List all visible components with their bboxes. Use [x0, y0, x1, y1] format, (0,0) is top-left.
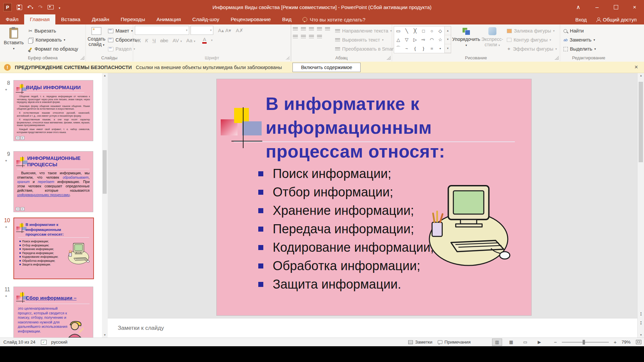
font-dialog-launcher[interactable]: [286, 56, 289, 60]
character-spacing-button[interactable]: AV ▾: [173, 38, 182, 43]
shape-button[interactable]: ╳: [414, 28, 416, 34]
paragraph-dialog-launcher[interactable]: [387, 56, 390, 60]
underline-button[interactable]: Ч: [152, 38, 156, 43]
shape-button[interactable]: ◇: [438, 28, 442, 34]
zoom-percentage[interactable]: 79%: [622, 340, 631, 345]
thumbnail-slide-11[interactable]: Сбор информации – это целенаправленный п…: [13, 287, 93, 338]
enable-content-button[interactable]: Включить содержимое: [292, 63, 361, 72]
align-left-icon[interactable]: [293, 35, 298, 39]
zoom-slider-thumb[interactable]: [583, 340, 585, 345]
tab-animations[interactable]: Анимация: [151, 14, 187, 24]
main-scrollbar[interactable]: ▲ ▲▲ ▼▼ ▼: [637, 73, 644, 338]
shape-button[interactable]: ▭: [396, 28, 400, 34]
shape-outline-button[interactable]: Контур фигуры▾: [505, 36, 558, 44]
start-slideshow-icon[interactable]: [48, 5, 54, 9]
copy-button[interactable]: Копировать▾: [27, 36, 80, 44]
new-slide-button[interactable]: Создать слайд ▾: [88, 26, 105, 47]
format-painter-button[interactable]: Формат по образцу: [27, 45, 80, 53]
shape-effects-button[interactable]: ✦Эффекты фигуры▾: [505, 45, 558, 53]
previous-slide-button[interactable]: ▲▲: [638, 312, 644, 316]
tell-me-box[interactable]: Что вы хотите сделать?: [303, 14, 365, 24]
shape-fill-button[interactable]: Заливка фигуры▾: [505, 26, 558, 35]
spellcheck-icon[interactable]: ✓: [41, 340, 47, 345]
shape-button[interactable]: ⋆: [439, 46, 441, 51]
thumbnail-slide-10[interactable]: В информатике к информационным процессам…: [13, 218, 94, 279]
gallery-scroll-up[interactable]: ▲: [445, 26, 451, 35]
shape-button[interactable]: {: [414, 46, 416, 51]
zoom-out-button[interactable]: −: [553, 339, 558, 345]
shape-button[interactable]: ☆: [438, 37, 442, 42]
close-warning-icon[interactable]: ×: [634, 64, 644, 71]
bullets-icon[interactable]: [293, 27, 298, 31]
shape-button[interactable]: =: [431, 46, 433, 51]
scrollbar-thumb[interactable]: [103, 150, 107, 194]
shape-button[interactable]: ◠: [430, 37, 434, 42]
align-center-icon[interactable]: [301, 35, 306, 39]
thumbnail-slide-8[interactable]: ВИДЫ ИНФОРМАЦИИ Общение людей, т. е. пер…: [13, 80, 93, 141]
cut-button[interactable]: ✂Вырезать: [27, 26, 80, 35]
font-color-button[interactable]: А: [202, 37, 207, 44]
thumbnail-scrollbar[interactable]: ▲ ▼: [102, 73, 108, 338]
shape-button[interactable]: ╲: [405, 28, 408, 34]
normal-view-button[interactable]: ▥: [492, 339, 502, 346]
thumbnail-slide-9[interactable]: ИНФОРМАЦИОННЫЕ ПРОЦЕССЫ Выясняя, что так…: [13, 151, 93, 212]
clipboard-dialog-launcher[interactable]: [80, 56, 84, 60]
save-icon[interactable]: [17, 5, 22, 10]
scrollbar-thumb[interactable]: [639, 82, 643, 162]
close-button[interactable]: ×: [625, 0, 644, 14]
slide-canvas[interactable]: В информатике к информационным процессам…: [216, 79, 532, 316]
comments-toggle-button[interactable]: Примечания: [438, 340, 471, 345]
replace-button[interactable]: abЗаменить▾: [562, 36, 597, 44]
find-button[interactable]: Найти: [562, 26, 597, 35]
shape-button[interactable]: ▽: [405, 37, 408, 42]
scroll-down-icon[interactable]: ▼: [102, 334, 108, 337]
slideshow-view-button[interactable]: ▶: [534, 339, 544, 346]
shape-button[interactable]: ⇨: [422, 37, 425, 42]
gallery-scroll-down[interactable]: ▼: [445, 35, 451, 44]
strikethrough-button[interactable]: abc: [160, 38, 168, 43]
line-spacing-icon[interactable]: [325, 27, 330, 31]
slide-title-placeholder[interactable]: В информатике к информационным процессам…: [266, 92, 445, 163]
tab-home[interactable]: Главная: [24, 14, 55, 24]
zoom-in-button[interactable]: +: [613, 339, 618, 345]
shape-button[interactable]: ~: [406, 46, 408, 51]
numbering-icon[interactable]: [301, 27, 306, 31]
notes-pane[interactable]: Заметки к слайду: [108, 318, 637, 338]
restore-button[interactable]: [606, 0, 625, 14]
select-button[interactable]: Выделить▾: [562, 45, 597, 53]
grow-font-button[interactable]: А▴: [218, 28, 224, 33]
align-right-icon[interactable]: [309, 35, 314, 39]
tab-slideshow[interactable]: Слайд-шоу: [186, 14, 225, 24]
customize-qat-button[interactable]: ▾: [59, 4, 60, 10]
increase-indent-icon[interactable]: [317, 27, 322, 31]
tab-insert[interactable]: Вставка: [55, 14, 86, 24]
next-slide-button[interactable]: ▼▼: [638, 321, 644, 325]
tab-review[interactable]: Рецензирование: [225, 14, 277, 24]
quick-styles-button[interactable]: Экспресс-стили ▾: [481, 26, 503, 47]
language-indicator[interactable]: русский: [51, 340, 67, 345]
drawing-dialog-launcher[interactable]: [555, 56, 558, 60]
justify-icon[interactable]: [317, 35, 322, 39]
shape-button[interactable]: ⌒: [396, 45, 401, 51]
bold-button[interactable]: Ж: [136, 38, 141, 43]
shrink-font-button[interactable]: А▾: [225, 28, 231, 33]
shape-button[interactable]: △: [396, 37, 400, 42]
ribbon-display-options-button[interactable]: ∧: [569, 0, 588, 14]
reading-view-button[interactable]: ▭: [520, 339, 530, 346]
tab-transitions[interactable]: Переходы: [115, 14, 151, 24]
share-button[interactable]: Общий доступ: [596, 17, 637, 22]
slide-sorter-view-button[interactable]: ▦: [506, 339, 516, 346]
scroll-up-icon[interactable]: ▲: [102, 74, 108, 77]
undo-button[interactable]: ↶▾: [27, 4, 33, 10]
italic-button[interactable]: К: [145, 38, 148, 43]
paste-button[interactable]: Вставить▾: [2, 26, 26, 51]
tab-design[interactable]: Дизайн: [86, 14, 115, 24]
font-name-combo[interactable]: ▾: [135, 26, 189, 35]
font-size-combo[interactable]: ▾: [191, 26, 213, 35]
sign-in-link[interactable]: Вход: [575, 17, 587, 22]
redo-button[interactable]: ↷: [38, 4, 43, 10]
shape-button[interactable]: }: [423, 46, 424, 51]
clear-formatting-button[interactable]: А✗: [236, 28, 244, 33]
decrease-indent-icon[interactable]: [309, 27, 314, 31]
tab-view[interactable]: Вид: [276, 14, 297, 24]
